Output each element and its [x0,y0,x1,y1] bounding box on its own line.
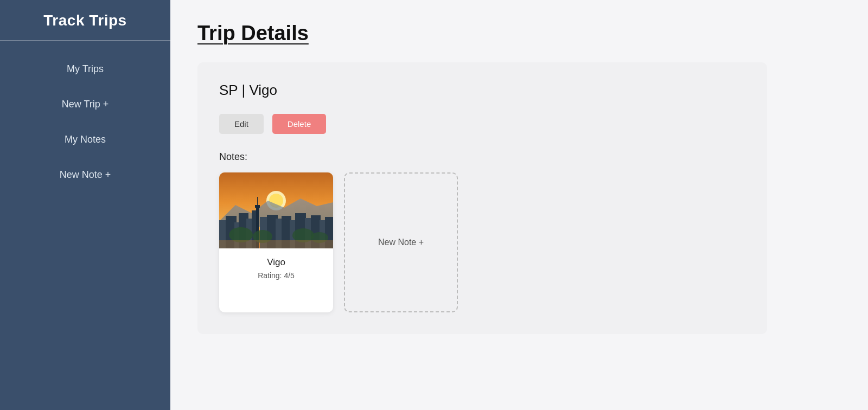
svg-rect-12 [257,197,258,207]
sidebar-nav: My Trips New Trip + My Notes New Note + [0,52,170,193]
notes-grid: Vigo Rating: 4/5 New Note + [219,172,745,312]
new-note-card[interactable]: New Note + [344,172,458,312]
notes-label: Notes: [219,151,745,163]
trip-actions: Edit Delete [219,114,745,134]
app-title: Track Trips [0,0,170,41]
note-card-body: Vigo Rating: 4/5 [219,248,333,290]
sidebar-item-new-trip[interactable]: New Trip + [0,87,170,122]
sidebar-item-new-note[interactable]: New Note + [0,157,170,193]
new-note-label: New Note + [378,238,424,247]
trip-card: SP | Vigo Edit Delete Notes: [197,62,767,334]
sidebar: Track Trips My Trips New Trip + My Notes… [0,0,170,410]
svg-point-23 [229,227,253,242]
delete-button[interactable]: Delete [272,114,326,134]
trip-title: SP | Vigo [219,82,745,99]
note-name: Vigo [226,257,327,268]
main-content: Trip Details SP | Vigo Edit Delete Notes… [170,0,868,410]
sidebar-item-my-trips[interactable]: My Trips [0,52,170,87]
note-rating: Rating: 4/5 [226,271,327,280]
sidebar-item-my-notes[interactable]: My Notes [0,122,170,157]
note-card-image [219,172,333,248]
svg-rect-27 [219,240,333,248]
page-title: Trip Details [197,22,841,45]
note-card[interactable]: Vigo Rating: 4/5 [219,172,333,312]
edit-button[interactable]: Edit [219,114,264,134]
